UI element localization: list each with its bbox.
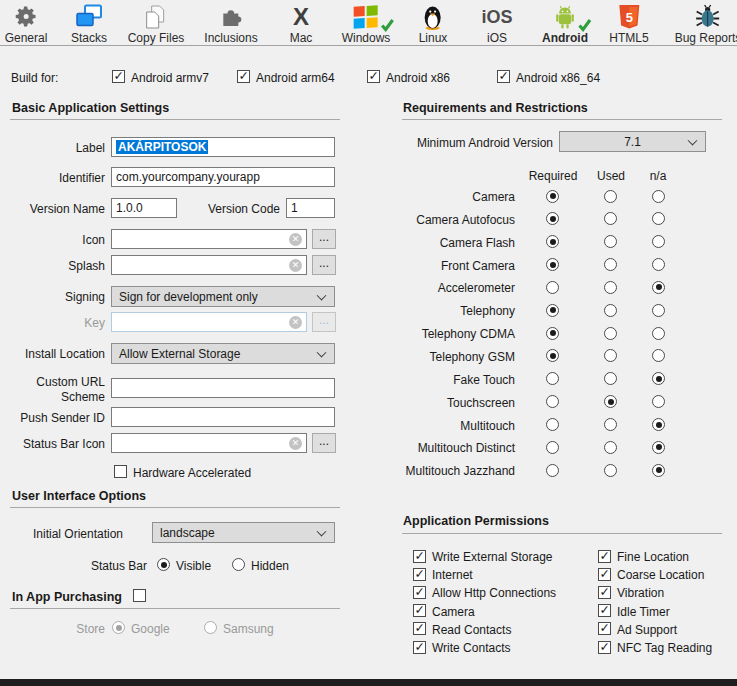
permission-checkbox[interactable] <box>413 568 426 581</box>
requirement-na-radio[interactable] <box>652 281 665 294</box>
requirement-na-radio[interactable] <box>652 212 665 225</box>
requirement-used-radio[interactable] <box>604 281 617 294</box>
requirement-na-radio[interactable] <box>652 327 665 340</box>
clear-icon[interactable]: ✕ <box>289 437 302 450</box>
splash-input[interactable]: ✕ <box>111 255 307 275</box>
tab-windows[interactable]: Windows <box>342 3 391 45</box>
requirement-required-radio[interactable] <box>546 235 559 248</box>
permission-checkbox[interactable] <box>598 568 611 581</box>
tab-general[interactable]: General <box>5 3 48 45</box>
tab-mac[interactable]: X Mac <box>290 3 313 45</box>
status-bar-icon-input[interactable]: ✕ <box>111 433 307 453</box>
requirement-used-radio[interactable] <box>604 372 617 385</box>
requirement-na-radio[interactable] <box>652 395 665 408</box>
version-name-input[interactable]: 1.0.0 <box>111 198 177 218</box>
requirement-required-radio[interactable] <box>546 464 559 477</box>
clear-icon[interactable]: ✕ <box>289 316 302 329</box>
tab-android[interactable]: Android <box>542 3 588 45</box>
icon-input[interactable]: ✕ <box>111 229 307 249</box>
requirement-required-radio[interactable] <box>546 258 559 271</box>
requirement-required-radio[interactable] <box>546 190 559 203</box>
status-bar-hidden-label: Hidden <box>251 559 289 573</box>
requirement-required-radio[interactable] <box>546 441 559 454</box>
permission-checkbox[interactable] <box>413 622 426 635</box>
tab-ios[interactable]: iOS iOS <box>481 3 512 45</box>
requirement-label: Camera <box>370 190 515 204</box>
requirement-na-radio[interactable] <box>652 464 665 477</box>
requirement-used-radio[interactable] <box>604 304 617 317</box>
requirement-required-radio[interactable] <box>546 372 559 385</box>
build-x86-checkbox[interactable] <box>367 70 380 83</box>
requirement-na-radio[interactable] <box>652 304 665 317</box>
key-input[interactable]: ✕ <box>111 312 307 332</box>
requirement-required-radio[interactable] <box>546 304 559 317</box>
tab-stacks[interactable]: Stacks <box>71 3 107 45</box>
permission-checkbox[interactable] <box>598 641 611 654</box>
requirement-used-radio[interactable] <box>604 190 617 203</box>
initial-orientation-dropdown[interactable]: landscape <box>152 522 335 543</box>
permission-checkbox[interactable] <box>413 586 426 599</box>
tab-linux[interactable]: Linux <box>419 3 448 45</box>
requirement-used-radio[interactable] <box>604 235 617 248</box>
splash-browse-button[interactable]: ... <box>312 255 336 275</box>
identifier-input[interactable]: com.yourcompany.yourapp <box>111 167 335 187</box>
requirement-used-radio[interactable] <box>604 464 617 477</box>
chevron-down-icon <box>317 290 327 300</box>
requirement-used-radio[interactable] <box>604 258 617 271</box>
requirement-na-radio[interactable] <box>652 441 665 454</box>
push-sender-id-input[interactable] <box>111 407 335 427</box>
label-input[interactable]: AKÁRPITOSOK <box>111 137 335 157</box>
install-location-dropdown[interactable]: Allow External Storage <box>111 343 335 364</box>
signing-dropdown[interactable]: Sign for development only <box>111 286 335 307</box>
requirement-used-radio[interactable] <box>604 441 617 454</box>
build-arm64-checkbox[interactable] <box>237 70 250 83</box>
requirement-na-radio[interactable] <box>652 349 665 362</box>
requirement-used-radio[interactable] <box>604 349 617 362</box>
permission-checkbox[interactable] <box>413 604 426 617</box>
requirement-required-radio[interactable] <box>546 395 559 408</box>
icon-browse-button[interactable]: ... <box>312 229 336 249</box>
requirement-required-radio[interactable] <box>546 349 559 362</box>
requirement-used-radio[interactable] <box>604 395 617 408</box>
hardware-accelerated-checkbox[interactable] <box>114 465 127 478</box>
requirement-required-radio[interactable] <box>546 418 559 431</box>
permission-checkbox[interactable] <box>413 641 426 654</box>
iap-checkbox[interactable] <box>133 589 146 602</box>
requirement-na-radio[interactable] <box>652 190 665 203</box>
requirement-used-radio[interactable] <box>604 327 617 340</box>
permission-label: Vibration <box>617 586 664 600</box>
clear-icon[interactable]: ✕ <box>289 259 302 272</box>
permission-checkbox[interactable] <box>598 586 611 599</box>
permission-label: Fine Location <box>617 550 689 564</box>
requirement-na-radio[interactable] <box>652 372 665 385</box>
requirement-required-radio[interactable] <box>546 212 559 225</box>
tab-copy-files[interactable]: Copy Files <box>128 3 185 45</box>
status-bar-icon-browse-button[interactable]: ... <box>312 433 336 453</box>
requirement-na-radio[interactable] <box>652 235 665 248</box>
store-label: Store <box>40 622 105 637</box>
clear-icon[interactable]: ✕ <box>289 233 302 246</box>
permission-checkbox[interactable] <box>598 622 611 635</box>
tab-bug-reports[interactable]: Bug Reports <box>675 3 737 45</box>
permission-checkbox[interactable] <box>598 604 611 617</box>
push-sender-id-label: Push Sender ID <box>0 411 105 426</box>
requirement-used-radio[interactable] <box>604 418 617 431</box>
permission-checkbox[interactable] <box>413 550 426 563</box>
requirement-used-radio[interactable] <box>604 212 617 225</box>
requirement-required-radio[interactable] <box>546 327 559 340</box>
tab-inclusions[interactable]: Inclusions <box>204 3 257 45</box>
build-x86-64-checkbox[interactable] <box>497 70 510 83</box>
version-code-input[interactable]: 1 <box>286 198 335 218</box>
permission-checkbox[interactable] <box>598 550 611 563</box>
custom-url-scheme-input[interactable] <box>111 378 335 398</box>
status-bar-visible-radio[interactable] <box>157 558 170 571</box>
column-header-used: Used <box>586 169 636 183</box>
build-armv7-checkbox[interactable] <box>112 70 125 83</box>
requirement-na-radio[interactable] <box>652 258 665 271</box>
status-bar-hidden-radio[interactable] <box>232 558 245 571</box>
min-android-version-dropdown[interactable]: 7.1 <box>559 131 706 152</box>
requirement-required-radio[interactable] <box>546 281 559 294</box>
iap-title: In App Purchasing <box>12 590 122 604</box>
requirement-na-radio[interactable] <box>652 418 665 431</box>
tab-html5[interactable]: 5 HTML5 <box>609 3 648 45</box>
